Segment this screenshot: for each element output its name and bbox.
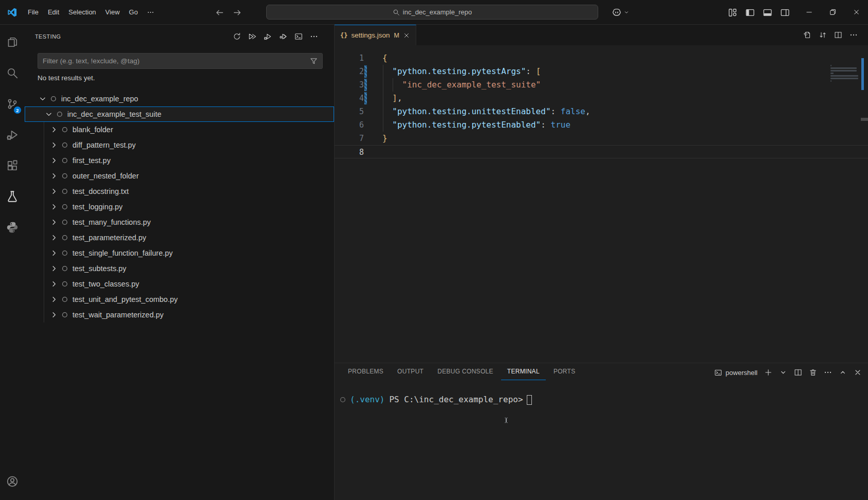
menu-go[interactable]: Go — [124, 5, 142, 20]
more-editor-actions-button[interactable] — [849, 31, 858, 39]
customize-layout-button[interactable] — [728, 8, 737, 17]
split-editor-button[interactable] — [834, 31, 842, 39]
menu-selection[interactable]: Selection — [64, 5, 100, 20]
test-tree-item[interactable]: outer_nested_folder — [25, 168, 334, 184]
close-tab-button[interactable] — [403, 32, 410, 39]
code-line: 3 "inc_dec_example_test_suite" — [335, 78, 868, 92]
minimize-button[interactable] — [797, 0, 821, 24]
scrollbar-slider[interactable] — [861, 118, 868, 121]
show-test-output-button[interactable] — [293, 31, 304, 42]
test-item-label: test_docstring.txt — [72, 187, 129, 195]
titlebar: FileEditSelectionViewGo inc_dec_example_… — [0, 0, 868, 25]
panel-tab-terminal[interactable]: TERMINAL — [501, 363, 546, 380]
run-all-tests-button[interactable] — [247, 31, 258, 42]
test-tree-item[interactable]: test_single_function_failure.py — [25, 245, 334, 261]
split-terminal-button[interactable] — [794, 368, 802, 377]
command-decoration-icon[interactable] — [339, 396, 346, 403]
code-token: "python.testing.pytestArgs" — [392, 66, 526, 76]
more-actions-button[interactable] — [308, 31, 320, 42]
gutter — [364, 92, 382, 105]
test-tree-item[interactable]: diff_pattern_test.py — [25, 137, 334, 153]
close-window-button[interactable] — [844, 0, 868, 24]
menu-more[interactable] — [142, 5, 158, 20]
chevron-right-icon[interactable] — [50, 126, 58, 134]
test-tree-item[interactable]: blank_folder — [25, 122, 334, 137]
terminal-dropdown-button[interactable] — [779, 368, 787, 377]
toggle-panel-button[interactable] — [763, 8, 772, 17]
test-tree-item[interactable]: test_wait_parameterized.py — [25, 307, 334, 323]
open-changes-button[interactable] — [803, 31, 811, 39]
test-tree-item[interactable]: test_logging.py — [25, 199, 334, 215]
maximize-panel-button[interactable] — [839, 368, 847, 377]
test-tree-item[interactable]: test_docstring.txt — [25, 184, 334, 199]
test-tree: inc_dec_example_repoinc_dec_example_test… — [25, 91, 334, 323]
test-filter-box — [38, 53, 323, 69]
indent-guide — [383, 65, 383, 78]
tab-settings-json[interactable]: {} settings.json M — [335, 25, 416, 45]
chevron-right-icon[interactable] — [50, 156, 58, 165]
activity-run-and-debug[interactable] — [0, 119, 25, 150]
chevron-right-icon[interactable] — [50, 218, 58, 226]
activity-python[interactable] — [0, 212, 25, 243]
gutter — [364, 118, 382, 132]
test-tree-item[interactable]: test_parameterized.py — [25, 230, 334, 245]
filter-icon[interactable] — [310, 57, 318, 65]
refresh-tests-button[interactable] — [231, 31, 243, 42]
command-center-search[interactable]: inc_dec_example_repo — [266, 5, 598, 20]
chevron-right-icon[interactable] — [50, 264, 58, 273]
code-line: 4 ], — [335, 92, 868, 105]
chevron-right-icon[interactable] — [50, 249, 58, 257]
compare-changes-button[interactable] — [819, 31, 827, 39]
activity-accounts[interactable] — [0, 466, 25, 497]
test-tree-item[interactable]: test_two_classes.py — [25, 276, 334, 292]
activity-explorer[interactable] — [0, 27, 25, 58]
terminal-shell-item[interactable]: powershell — [714, 369, 758, 377]
editor[interactable]: 1{2 "python.testing.pytestArgs": [3 "inc… — [335, 45, 868, 363]
activity-extensions[interactable] — [0, 150, 25, 181]
toggle-secondary-sidebar-button[interactable] — [780, 8, 790, 17]
back-arrow-icon[interactable] — [215, 8, 224, 17]
chevron-right-icon[interactable] — [50, 234, 58, 242]
chevron-right-icon[interactable] — [50, 311, 58, 319]
panel-tab-ports[interactable]: PORTS — [547, 363, 582, 380]
forward-arrow-icon[interactable] — [233, 8, 242, 17]
panel-tab-debug-console[interactable]: DEBUG CONSOLE — [431, 363, 500, 380]
activity-testing[interactable] — [0, 181, 25, 212]
activity-source-control[interactable]: 2 — [0, 88, 25, 119]
test-tree-item[interactable]: test_many_functions.py — [25, 215, 334, 230]
menu-view[interactable]: View — [101, 5, 124, 20]
code-area[interactable]: 1{2 "python.testing.pytestArgs": [3 "inc… — [335, 51, 868, 158]
copilot-menu[interactable] — [612, 0, 630, 25]
chevron-right-icon[interactable] — [50, 295, 58, 303]
test-tree-item[interactable]: inc_dec_example_repo — [25, 91, 334, 106]
panel-tab-output[interactable]: OUTPUT — [391, 363, 430, 380]
chevron-right-icon[interactable] — [50, 141, 58, 149]
test-tree-item[interactable]: inc_dec_example_test_suite — [25, 106, 334, 122]
new-terminal-button[interactable] — [764, 368, 772, 377]
chevron-right-icon[interactable] — [50, 172, 58, 180]
test-tree-item[interactable]: first_test.py — [25, 153, 334, 168]
close-panel-button[interactable] — [854, 368, 862, 377]
minimap[interactable] — [827, 64, 860, 85]
test-tree-item[interactable]: test_subtests.py — [25, 261, 334, 276]
run-tests-with-coverage-button[interactable] — [278, 31, 289, 42]
terminal[interactable]: (.venv) PS C:\inc_dec_example_repo> — [335, 382, 868, 405]
more-panel-actions-button[interactable] — [824, 368, 832, 377]
chevron-right-icon[interactable] — [50, 280, 58, 288]
panel-tab-problems[interactable]: PROBLEMS — [342, 363, 390, 380]
code-text: ], — [382, 92, 868, 105]
restore-button[interactable] — [821, 0, 844, 24]
menu-file[interactable]: File — [23, 5, 43, 20]
test-filter-input[interactable] — [43, 57, 310, 65]
toggle-primary-sidebar-button[interactable] — [745, 8, 755, 17]
chevron-down-icon[interactable] — [45, 110, 53, 118]
debug-all-tests-button[interactable] — [262, 31, 273, 42]
python-icon — [6, 221, 19, 234]
chevron-right-icon[interactable] — [50, 187, 58, 195]
chevron-down-icon[interactable] — [39, 95, 47, 103]
chevron-right-icon[interactable] — [50, 203, 58, 211]
kill-terminal-button[interactable] — [809, 368, 817, 377]
activity-search[interactable] — [0, 58, 25, 88]
menu-edit[interactable]: Edit — [43, 5, 64, 20]
test-tree-item[interactable]: test_unit_and_pytest_combo.py — [25, 292, 334, 307]
